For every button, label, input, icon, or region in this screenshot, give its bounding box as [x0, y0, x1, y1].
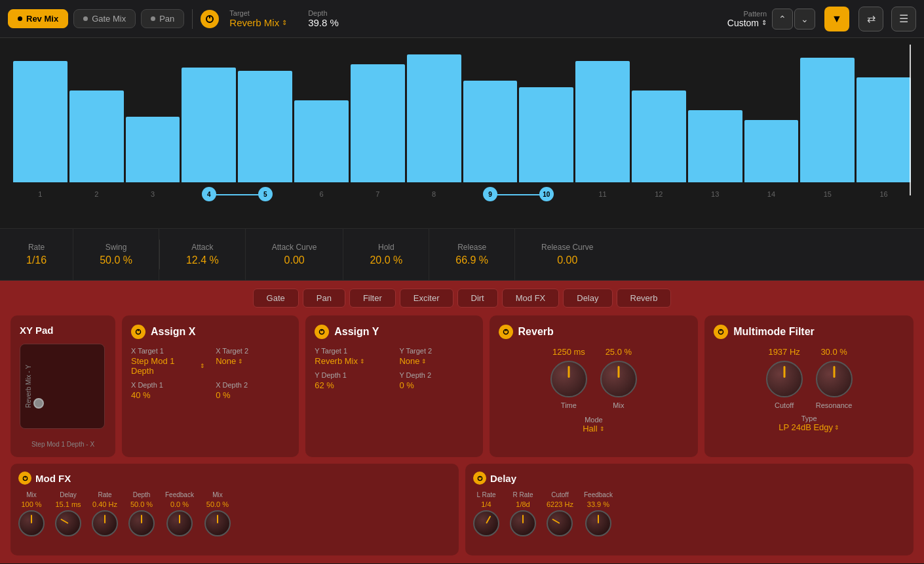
x-target2-value[interactable]: None ⇕	[216, 356, 290, 366]
tab-pan[interactable]: Pan	[141, 9, 184, 28]
step-num-6[interactable]: 6	[294, 190, 349, 198]
step-num-13[interactable]: 13	[688, 190, 742, 198]
bar-13[interactable]	[688, 110, 742, 182]
y-depth1-value[interactable]: 62 %	[315, 380, 389, 390]
modfx-mix: Mix 100 %	[18, 491, 45, 536]
bar-15[interactable]	[800, 58, 855, 182]
swing-value[interactable]: 50.0 %	[100, 254, 132, 266]
delay-lrate-knob[interactable]	[473, 510, 499, 536]
hold-value[interactable]: 20.0 %	[370, 254, 402, 266]
fx-tab-delay[interactable]: Delay	[563, 289, 612, 308]
step-num-3[interactable]: 3	[126, 190, 180, 198]
step-num-7[interactable]: 7	[351, 190, 405, 198]
delay-cutoff-knob[interactable]	[547, 510, 573, 536]
power-button[interactable]	[201, 10, 219, 28]
delay-power[interactable]	[473, 472, 486, 485]
y-target2-value[interactable]: None ⇕	[399, 356, 473, 366]
step-num-14[interactable]: 14	[744, 190, 799, 198]
sequencer: 12345678910111213141516	[0, 38, 924, 228]
delay-feedback-knob[interactable]	[585, 510, 611, 536]
bar-16[interactable]	[857, 77, 911, 182]
fx-tab-reverb[interactable]: Reverb	[617, 289, 672, 308]
y-target1-value[interactable]: Reverb Mix ⇕	[315, 356, 389, 366]
hold-label: Hold	[378, 243, 395, 252]
bar-10[interactable]	[519, 87, 573, 182]
bar-5[interactable]	[238, 71, 292, 182]
step-num-12[interactable]: 12	[632, 190, 686, 198]
modfx-delay-knob[interactable]	[55, 510, 81, 536]
x-target1: X Target 1 Step Mod 1 Depth ⇕	[131, 347, 205, 376]
fx-tabs: GatePanFilterExciterDirtMod FXDelayRever…	[10, 289, 914, 308]
step-num-2[interactable]: 2	[69, 190, 124, 198]
filter-cutoff-knob[interactable]	[766, 361, 803, 397]
fx-tab-filter[interactable]: Filter	[349, 289, 396, 308]
fx-tab-exciter[interactable]: Exciter	[400, 289, 453, 308]
attack-value[interactable]: 12.4 %	[186, 254, 219, 266]
fx-tab-gate[interactable]: Gate	[253, 289, 299, 308]
swap-button[interactable]: ⇄	[858, 7, 883, 31]
reverb-time-knob[interactable]	[550, 361, 587, 397]
fx-tab-mod-fx[interactable]: Mod FX	[502, 289, 560, 308]
bar-14[interactable]	[744, 120, 799, 182]
assign-y-power[interactable]	[315, 325, 329, 339]
bar-6[interactable]	[294, 100, 349, 182]
fx-tab-dirt[interactable]: Dirt	[457, 289, 498, 308]
release-value[interactable]: 66.9 %	[455, 254, 488, 266]
y-depth2-value[interactable]: 0 %	[399, 380, 473, 390]
modfx-mix2-knob[interactable]	[204, 510, 231, 536]
bar-8[interactable]	[407, 54, 461, 182]
prev-button[interactable]: ⌃	[772, 9, 793, 30]
rate-group: Rate 1/16	[0, 229, 73, 280]
mod-fx-power[interactable]	[18, 472, 31, 485]
reverb-time-group: 1250 ms Time	[550, 347, 587, 409]
settings-button[interactable]: ☰	[891, 7, 916, 31]
step-num-11[interactable]: 11	[575, 190, 630, 198]
tab-revmix[interactable]: Rev Mix	[8, 9, 68, 28]
x-target1-value[interactable]: Step Mod 1 Depth ⇕	[131, 356, 205, 376]
attack-curve-value[interactable]: 0.00	[284, 254, 305, 266]
step-num-8[interactable]: 8	[407, 190, 461, 198]
step-num-16[interactable]: 16	[857, 190, 911, 198]
modfx-rate-knob[interactable]	[92, 510, 118, 536]
delay-lrate: L Rate 1/4	[473, 491, 499, 536]
modfx-feedback-knob[interactable]	[166, 510, 193, 536]
fx-tab-pan[interactable]: Pan	[303, 289, 345, 308]
delay-rrate-knob[interactable]	[510, 510, 536, 536]
bar-9[interactable]	[463, 81, 518, 182]
assign-x-power[interactable]	[131, 325, 145, 339]
x-depth2-value[interactable]: 0 %	[216, 390, 290, 400]
xy-pad[interactable]: Reverb Mix - Y	[20, 344, 105, 429]
separator	[192, 9, 193, 29]
bar-7[interactable]	[351, 64, 405, 182]
rate-value[interactable]: 1/16	[26, 254, 47, 266]
step-num-15[interactable]: 15	[800, 190, 855, 198]
modfx-mix-knob[interactable]	[18, 510, 45, 536]
bar-11[interactable]	[575, 61, 630, 182]
bar-1[interactable]	[13, 61, 67, 182]
mod-fx-header: Mod FX	[18, 472, 451, 485]
bar-12[interactable]	[632, 91, 686, 182]
xy-x-label: Step Mod 1 Depth - X	[20, 441, 106, 448]
pattern-value[interactable]: Custom ⇕	[727, 18, 767, 28]
bar-2[interactable]	[69, 91, 124, 182]
tab-dot	[18, 16, 22, 21]
filter-cutoff-value: 1937 Hz	[768, 347, 799, 357]
target-value[interactable]: Reverb Mix ⇕	[229, 17, 287, 28]
x-depth1-value[interactable]: 40 %	[131, 390, 205, 400]
assign-y-title: Assign Y	[315, 325, 473, 339]
filter-type-value[interactable]: LP 24dB Edgy ⇕	[714, 422, 904, 432]
bar-4[interactable]	[182, 68, 236, 182]
next-button[interactable]: ⌄	[794, 9, 815, 30]
step-num-1[interactable]: 1	[13, 190, 67, 198]
filter-power[interactable]	[714, 325, 728, 339]
reverb-mix-knob[interactable]	[600, 361, 637, 397]
bar-3[interactable]	[126, 117, 180, 182]
tab-gatemix[interactable]: Gate Mix	[73, 9, 136, 28]
reverb-power[interactable]	[499, 325, 513, 339]
attack-curve-group: Attack Curve 0.00	[246, 229, 344, 280]
filter-resonance-knob[interactable]	[816, 361, 853, 397]
modfx-depth-knob[interactable]	[128, 510, 155, 536]
release-curve-value[interactable]: 0.00	[557, 254, 577, 266]
import-button[interactable]: ▼	[824, 7, 849, 31]
reverb-mode-value[interactable]: Hall ⇕	[499, 424, 689, 433]
